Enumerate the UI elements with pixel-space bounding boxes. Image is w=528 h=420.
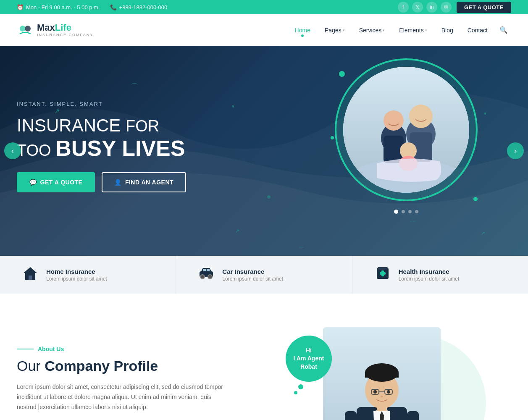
slider-dot[interactable]	[408, 210, 412, 213]
about-agent: Hi I Am Agent Robat	[252, 327, 511, 420]
twitter-icon[interactable]: 𝕏	[412, 2, 423, 13]
svg-point-47	[373, 390, 377, 394]
hours-text: Mon - Fri 9.00 a.m. - 5.00 p.m.	[26, 4, 100, 10]
home-insurance-title: Home Insurance	[46, 268, 107, 275]
about-title: Our Company Profile	[17, 357, 227, 375]
svg-text:↗: ↗	[481, 230, 485, 236]
chevron-down-icon: ▾	[383, 28, 385, 32]
logo-max: Max	[37, 22, 55, 33]
car-insurance-text: Car Insurance Lorem ipsum dolor sit amet	[222, 268, 283, 282]
agent-illustration	[323, 327, 441, 420]
logo-subtitle: INSURANCE COMPANY	[37, 33, 93, 37]
svg-rect-24	[29, 276, 32, 280]
family-photo	[343, 67, 469, 193]
about-section: About Us Our Company Profile Lorem ipsum…	[0, 294, 528, 420]
family-illustration	[343, 67, 469, 193]
top-bar-right: f 𝕏 in ✉ GET A QUOTE	[398, 2, 511, 13]
svg-point-12	[267, 195, 271, 199]
speech-dot	[298, 384, 303, 389]
nav-pages[interactable]: Pages ▾	[319, 24, 351, 37]
logo-icon	[17, 22, 34, 39]
top-bar-left: ⏰ Mon - Fri 9.00 a.m. - 5.00 p.m. 📞 +889…	[17, 4, 167, 10]
about-title-normal: Our	[17, 358, 45, 374]
agent-name-text: Robat	[300, 363, 317, 371]
svg-point-0	[20, 26, 26, 32]
nav-contact[interactable]: Contact	[462, 24, 494, 37]
svg-text:▼: ▼	[483, 111, 487, 116]
svg-rect-50	[407, 411, 419, 420]
svg-point-1	[25, 26, 31, 32]
speech-dot-small	[294, 391, 297, 394]
health-insurance-title: Health Insurance	[399, 268, 460, 275]
about-line-decoration	[17, 349, 34, 349]
svg-text:▼: ▼	[231, 104, 235, 109]
chat-icon: 💬	[29, 179, 37, 186]
nav-links: Home Pages ▾ Services ▾ Elements ▾ Blog …	[289, 23, 511, 37]
linkedin-icon[interactable]: in	[426, 2, 437, 13]
svg-rect-43	[365, 373, 399, 378]
health-icon	[373, 264, 392, 286]
svg-text:⌒: ⌒	[410, 220, 416, 228]
search-icon[interactable]: 🔍	[496, 23, 511, 37]
hero-title-line2: TOO BUSY LIVES	[17, 136, 185, 160]
slider-dot-active[interactable]	[394, 210, 398, 214]
svg-text:⌒: ⌒	[298, 246, 304, 253]
hero-section: ↗ ▼ ⌒ ↗ ▼ ⌒ ▼ ↗ ⌒ ‹ INSTANT. SIMPLE. SMA…	[0, 46, 528, 256]
nav-blog[interactable]: Blog	[436, 24, 459, 37]
nav-home[interactable]: Home	[289, 24, 316, 37]
hero-title: INSURANCE FOR TOO BUSY LIVES	[17, 112, 186, 160]
about-label: About Us	[17, 346, 227, 352]
hero-get-quote-button[interactable]: 💬 GET A QUOTE	[17, 172, 95, 192]
nav-elements[interactable]: Elements ▾	[393, 24, 433, 37]
hero-content: INSTANT. SIMPLE. SMART INSURANCE FOR TOO…	[17, 101, 186, 192]
slider-dots	[335, 210, 478, 214]
svg-rect-34	[380, 272, 386, 275]
slider-prev-button[interactable]: ‹	[4, 142, 21, 159]
social-links: f 𝕏 in ✉	[398, 2, 452, 13]
slider-dot[interactable]	[415, 210, 418, 213]
iam-text: I Am Agent	[294, 354, 324, 363]
hero-tagline: INSTANT. SIMPLE. SMART	[17, 101, 186, 107]
family-photo-circle	[335, 58, 478, 201]
insurance-strip: Home Insurance Lorem ipsum dolor sit ame…	[0, 256, 528, 294]
svg-point-20	[384, 110, 404, 131]
svg-point-48	[387, 390, 390, 394]
office-hours: ⏰ Mon - Fri 9.00 a.m. - 5.00 p.m.	[17, 4, 100, 10]
facebook-icon[interactable]: f	[398, 2, 409, 13]
about-description: Lorem ipsum dolor sit amet, consectetur …	[17, 382, 227, 412]
svg-point-17	[409, 105, 433, 128]
navbar: MaxLife INSURANCE COMPANY Home Pages ▾ S…	[0, 14, 528, 46]
slider-dot[interactable]	[402, 210, 405, 213]
deco-dot	[473, 197, 478, 201]
health-insurance-desc: Lorem ipsum dolor sit amet	[399, 276, 460, 282]
hero-buttons: 💬 GET A QUOTE 👤 FIND AN AGENT	[17, 172, 186, 192]
svg-point-28	[200, 275, 205, 279]
svg-text:↗: ↗	[235, 228, 239, 234]
svg-point-49	[381, 396, 383, 397]
svg-rect-30	[203, 269, 206, 271]
logo[interactable]: MaxLife INSURANCE COMPANY	[17, 22, 93, 39]
car-icon	[197, 264, 215, 286]
deco-dot	[331, 136, 334, 139]
slider-next-button[interactable]: ›	[507, 142, 524, 159]
deco-dot	[339, 71, 345, 77]
car-insurance-title: Car Insurance	[222, 268, 283, 275]
svg-rect-53	[345, 411, 357, 420]
svg-text:⌒: ⌒	[130, 82, 139, 92]
agent-speech-bubble: Hi I Am Agent Robat	[286, 336, 332, 382]
clock-icon: ⏰	[17, 4, 24, 10]
get-quote-button[interactable]: GET A QUOTE	[457, 2, 511, 13]
health-insurance-text: Health Insurance Lorem ipsum dolor sit a…	[399, 268, 460, 282]
svg-rect-31	[207, 269, 210, 271]
svg-rect-35	[378, 267, 388, 270]
insurance-car: Car Insurance Lorem ipsum dolor sit amet	[176, 256, 352, 294]
chevron-down-icon: ▾	[343, 28, 345, 32]
email-icon[interactable]: ✉	[441, 2, 452, 13]
hero-image	[335, 58, 478, 214]
nav-services[interactable]: Services ▾	[353, 24, 391, 37]
svg-point-29	[208, 275, 212, 279]
home-insurance-desc: Lorem ipsum dolor sit amet	[46, 276, 107, 282]
logo-text: MaxLife INSURANCE COMPANY	[37, 23, 93, 37]
logo-life: Life	[55, 22, 71, 33]
hero-find-agent-button[interactable]: 👤 FIND AN AGENT	[102, 172, 186, 192]
